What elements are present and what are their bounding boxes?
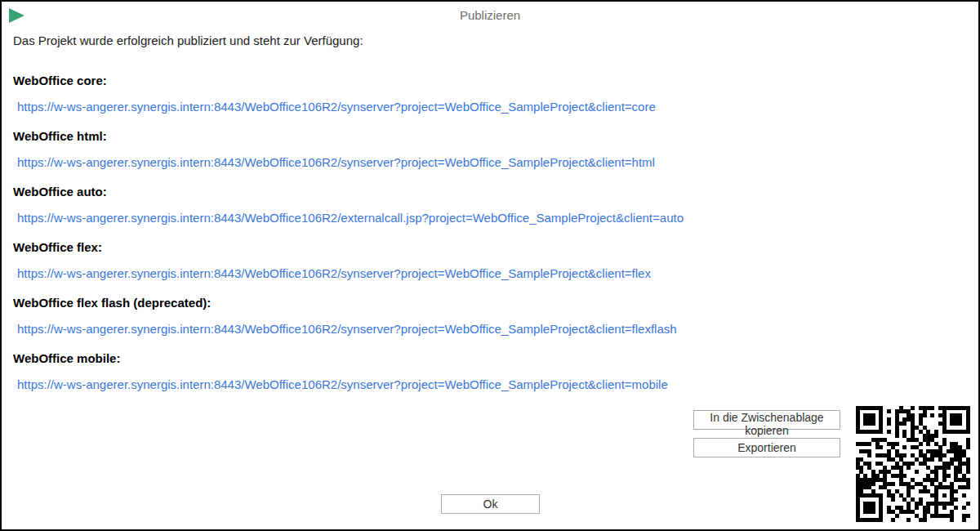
client-section-auto: WebOffice auto: https://w-ws-angerer.syn… [2,170,978,225]
client-url-link-html[interactable]: https://w-ws-angerer.synergis.intern:844… [17,154,655,170]
client-url-link-auto[interactable]: https://w-ws-angerer.synergis.intern:844… [17,210,684,225]
client-section-flexflash: WebOffice flex flash (deprecated): https… [2,281,978,337]
success-message: Das Projekt wurde erfolgreich publiziert… [13,33,978,48]
client-url-link-core[interactable]: https://w-ws-angerer.synergis.intern:844… [17,99,656,114]
client-section-flex: WebOffice flex: https://w-ws-angerer.syn… [2,225,978,281]
qr-code-image [856,406,970,522]
dialog-titlebar: Publizieren [2,2,978,26]
client-label: WebOffice flex: [13,239,978,255]
ok-button[interactable]: Ok [441,494,540,514]
client-section-core: WebOffice core: https://w-ws-angerer.syn… [2,59,978,114]
publish-dialog: Publizieren Das Projekt wurde erfolgreic… [0,0,980,531]
copy-to-clipboard-button[interactable]: In die Zwischenablage kopieren [693,410,840,430]
client-url-link-mobile[interactable]: https://w-ws-angerer.synergis.intern:844… [17,377,668,392]
client-url-link-flexflash[interactable]: https://w-ws-angerer.synergis.intern:844… [17,321,677,337]
client-label: WebOffice flex flash (deprecated): [13,295,978,310]
client-label: WebOffice html: [13,128,978,144]
client-url-link-flex[interactable]: https://w-ws-angerer.synergis.intern:844… [17,266,651,281]
client-label: WebOffice core: [13,73,978,88]
client-label: WebOffice mobile: [13,350,978,366]
dialog-title: Publizieren [2,8,978,22]
client-section-mobile: WebOffice mobile: https://w-ws-angerer.s… [2,337,978,392]
client-section-html: WebOffice html: https://w-ws-angerer.syn… [2,114,978,170]
export-button[interactable]: Exportieren [693,438,840,457]
client-label: WebOffice auto: [13,184,978,199]
